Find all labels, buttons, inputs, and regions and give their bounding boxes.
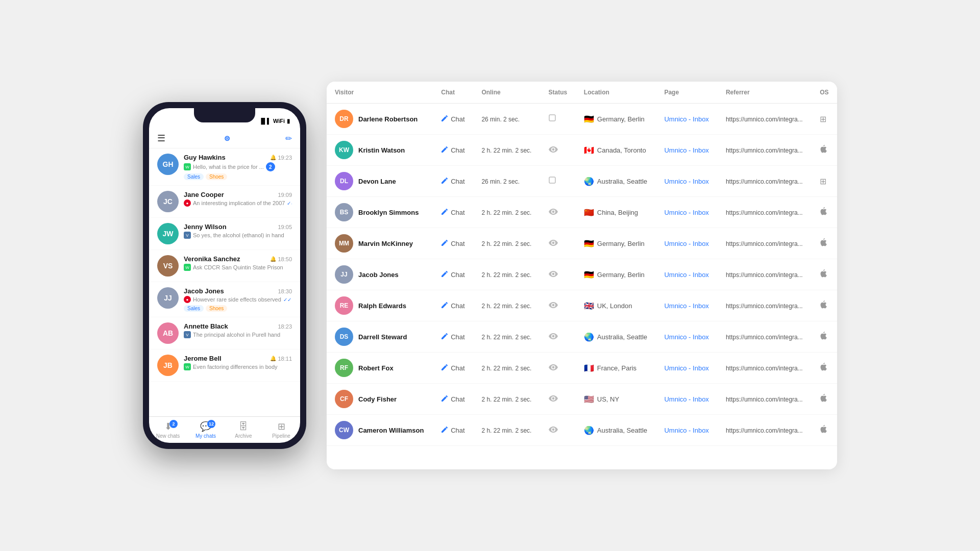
page-link[interactable]: Umnico - Inbox: [664, 146, 708, 154]
os-icon: [820, 333, 827, 341]
online-cell: 26 min. 2 sec.: [473, 104, 540, 135]
visitor-cell: CW Cameron Williamson: [327, 415, 433, 446]
page-link[interactable]: Umnico - Inbox: [664, 209, 708, 216]
chat-time: 🔔18:11: [270, 356, 292, 362]
visitor-cell: RF Robert Fox: [327, 353, 433, 384]
location-text: Germany, Berlin: [597, 115, 645, 123]
os-icon: [820, 146, 827, 155]
page-link[interactable]: Umnico - Inbox: [664, 333, 708, 341]
chat-list-item[interactable]: AB Annette Black 18:23 V The principal a…: [149, 317, 300, 349]
menu-icon[interactable]: ☰: [157, 133, 165, 144]
chat-list-item[interactable]: JC Jane Cooper 19:09 ● An interesting im…: [149, 186, 300, 218]
page-link[interactable]: Umnico - Inbox: [664, 427, 708, 434]
visitor-name: Darrell Steward: [358, 333, 407, 341]
country-flag: 🇩🇪: [584, 239, 594, 248]
chat-button[interactable]: Chat: [441, 208, 465, 217]
visitor-avatar: CF: [335, 390, 353, 408]
online-time: 2 h. 22 min. 2 sec.: [481, 303, 531, 310]
os-cell: [812, 353, 837, 384]
page-cell: Umnico - Inbox: [656, 321, 717, 353]
chat-button[interactable]: Chat: [441, 364, 465, 372]
chat-content: Guy Hawkins 🔔19:23 W Hello, what is the …: [184, 154, 292, 180]
page-link[interactable]: Umnico - Inbox: [664, 178, 708, 185]
chat-btn-label: Chat: [451, 178, 464, 185]
chat-message: W Ask CDCR San Quintin State Prison: [184, 264, 292, 271]
status-cell: [541, 353, 576, 384]
chat-message: V So yes, the alcohol (ethanol) in hand: [184, 232, 292, 239]
nav-item-archive[interactable]: 🗄 Archive: [225, 417, 262, 443]
filter-icon[interactable]: ⊜: [224, 134, 230, 142]
chat-button[interactable]: Chat: [441, 395, 465, 404]
chat-cell: Chat: [433, 135, 473, 166]
chat-button[interactable]: Chat: [441, 177, 465, 186]
chat-edit-icon: [441, 395, 448, 404]
os-icon: [820, 270, 827, 279]
chat-edit-icon: [441, 115, 448, 123]
chat-list-item[interactable]: JJ Jacob Jones 18:30 ● However rare side…: [149, 282, 300, 317]
chat-btn-label: Chat: [451, 395, 464, 403]
chat-button[interactable]: Chat: [441, 302, 465, 310]
status-icon: [549, 363, 558, 372]
chat-list-item[interactable]: JW Jenny Wilson 19:05 V So yes, the alco…: [149, 218, 300, 250]
chat-list-item[interactable]: VS Veronika Sanchez 🔔18:50 W Ask CDCR Sa…: [149, 250, 300, 282]
read-ticks: ✓✓: [287, 201, 292, 206]
visitors-table-panel: VisitorChatOnlineStatusLocationPageRefer…: [327, 82, 837, 469]
nav-item-my-chats[interactable]: 12 💬 My chats: [187, 417, 225, 443]
battery-icon: ▮: [287, 118, 290, 124]
online-time: 26 min. 2 sec.: [481, 178, 520, 185]
visitor-cell: DL Devon Lane: [327, 166, 433, 197]
visitor-cell: MM Marvin McKinney: [327, 228, 433, 259]
col-header-chat: Chat: [433, 82, 473, 104]
chat-tags: SalesShoes: [184, 305, 292, 312]
page-link[interactable]: Umnico - Inbox: [664, 240, 708, 247]
page-link[interactable]: Umnico - Inbox: [664, 364, 708, 372]
page-cell: Umnico - Inbox: [656, 104, 717, 135]
chat-edit-icon: [441, 146, 448, 155]
chat-cell: Chat: [433, 384, 473, 415]
os-cell: ⊞: [812, 104, 837, 135]
chat-button[interactable]: Chat: [441, 115, 465, 123]
chat-list-item[interactable]: GH Guy Hawkins 🔔19:23 W Hello, what is t…: [149, 148, 300, 186]
chat-button[interactable]: Chat: [441, 146, 465, 155]
status-cell: [541, 415, 576, 446]
chat-avatar: VS: [157, 255, 179, 277]
os-cell: [812, 228, 837, 259]
chat-button[interactable]: Chat: [441, 270, 465, 279]
visitor-name: Kristin Watson: [358, 146, 405, 154]
chat-button[interactable]: Chat: [441, 333, 465, 341]
page-link[interactable]: Umnico - Inbox: [664, 271, 708, 279]
chat-button[interactable]: Chat: [441, 239, 465, 248]
nav-item-pipeline[interactable]: ⊞ Pipeline: [262, 417, 300, 443]
chat-list-item[interactable]: JB Jerome Bell 🔔18:11 W Even factoring d…: [149, 349, 300, 382]
source-icon: V: [184, 232, 191, 239]
source-icon: W: [184, 264, 191, 271]
chat-btn-label: Chat: [451, 333, 464, 341]
referrer-text: https://umnico.com/integra...: [726, 271, 803, 279]
col-header-page: Page: [656, 82, 717, 104]
chat-edit-icon: [441, 364, 448, 372]
country-flag: 🇨🇳: [584, 208, 594, 217]
page-link[interactable]: Umnico - Inbox: [664, 302, 708, 310]
online-time: 2 h. 22 min. 2 sec.: [481, 147, 531, 154]
chat-avatar: JB: [157, 355, 179, 376]
nav-item-new-chats[interactable]: 2 ⬇ New chats: [149, 417, 187, 443]
online-time: 2 h. 22 min. 2 sec.: [481, 271, 531, 279]
tag: Shoes: [206, 173, 227, 180]
location-cell: 🇨🇳 China, Beijing: [576, 197, 656, 228]
referrer-cell: https://umnico.com/integra...: [718, 197, 812, 228]
page-link[interactable]: Umnico - Inbox: [664, 115, 708, 123]
status-cell: [541, 166, 576, 197]
page-link[interactable]: Umnico - Inbox: [664, 395, 708, 403]
chat-btn-label: Chat: [451, 209, 464, 216]
visitor-avatar: DR: [335, 110, 353, 128]
visitor-avatar: BS: [335, 203, 353, 221]
referrer-cell: https://umnico.com/integra...: [718, 415, 812, 446]
status-icon: [549, 177, 556, 185]
message-text: Ask CDCR San Quintin State Prison: [193, 264, 283, 270]
edit-icon[interactable]: ✏: [285, 134, 292, 143]
page-cell: Umnico - Inbox: [656, 290, 717, 321]
chat-button[interactable]: Chat: [441, 426, 465, 435]
referrer-text: https://umnico.com/integra...: [726, 147, 803, 154]
phone-notch: [194, 108, 255, 122]
referrer-text: https://umnico.com/integra...: [726, 334, 803, 341]
